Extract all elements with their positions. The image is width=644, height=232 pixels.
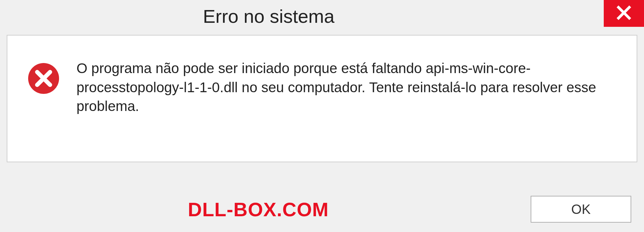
watermark-text: DLL-BOX.COM (188, 198, 329, 221)
ok-button-label: OK (571, 202, 591, 217)
dialog-title: Erro no sistema (203, 5, 334, 27)
footer: DLL-BOX.COM OK (0, 196, 644, 223)
titlebar: Erro no sistema (0, 0, 644, 32)
content-panel: O programa não pode ser iniciado porque … (7, 35, 637, 162)
close-button[interactable] (604, 0, 644, 27)
ok-button[interactable]: OK (531, 196, 631, 223)
close-icon (616, 5, 632, 22)
error-cross-icon (28, 62, 60, 95)
error-message: O programa não pode ser iniciado porque … (76, 59, 600, 116)
